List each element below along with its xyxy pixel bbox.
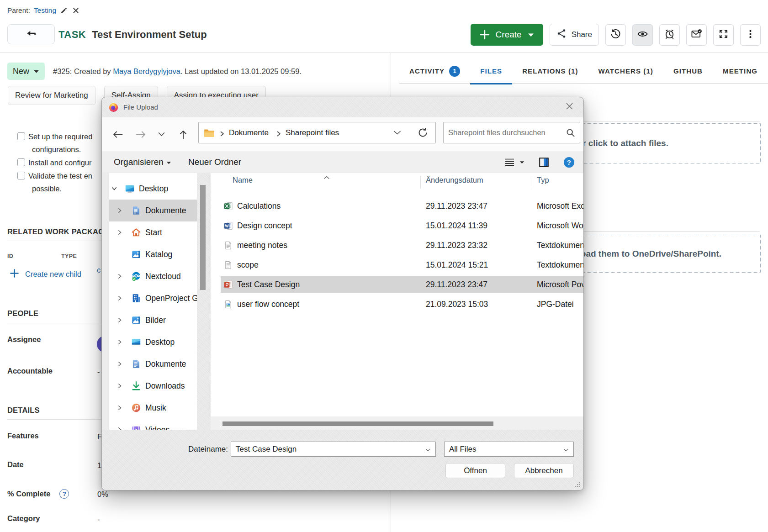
view-mode-dropdown[interactable] <box>519 151 524 173</box>
filetype-select[interactable]: All Files <box>444 442 574 457</box>
nav-up-button[interactable] <box>176 117 191 151</box>
horizontal-scrollbar[interactable] <box>211 416 583 430</box>
more-menu-button[interactable] <box>740 24 761 46</box>
percent-complete-value[interactable]: 0% <box>97 490 108 499</box>
pictures-icon <box>131 249 141 259</box>
category-value[interactable]: - <box>97 515 100 524</box>
fullscreen-button[interactable] <box>713 24 734 46</box>
chevron-right-icon <box>117 295 122 301</box>
history-icon <box>610 29 621 41</box>
tab[interactable]: MEETING <box>713 53 768 84</box>
alarm-icon <box>664 29 675 41</box>
clipped-text: c <box>97 266 101 274</box>
nav-forward-button[interactable] <box>133 117 148 151</box>
nav-recent-button[interactable] <box>156 117 166 151</box>
svg-text:?: ? <box>567 158 571 166</box>
dialog-close-button[interactable] <box>561 100 578 114</box>
status-dropdown[interactable]: New <box>7 63 45 80</box>
tab[interactable]: FILES <box>470 53 512 84</box>
tree-item[interactable]: Desktop <box>109 178 197 200</box>
notification-button[interactable] <box>686 24 707 46</box>
address-dropdown-icon[interactable] <box>392 128 402 137</box>
checkbox[interactable] <box>17 172 25 179</box>
remove-parent-icon[interactable] <box>72 6 80 15</box>
breadcrumb-documents[interactable]: Dokumente <box>229 128 269 137</box>
tree-item[interactable]: Bilder <box>109 309 197 331</box>
back-button[interactable] <box>7 24 55 44</box>
edit-parent-icon[interactable] <box>60 6 68 15</box>
column-name[interactable]: Name <box>233 176 253 184</box>
related-table-headers: ID TYPE <box>7 253 77 259</box>
tree-item[interactable]: Downloads <box>109 375 197 397</box>
author-link[interactable]: Maya Berdygylyjova <box>113 67 180 75</box>
file-row[interactable]: Test Case Design 29.11.2023 23:47 Micros… <box>221 276 583 293</box>
help-button[interactable]: ? <box>563 151 575 173</box>
category-label: Category <box>7 514 40 523</box>
assignee-label: Assignee <box>7 335 41 344</box>
tree-item[interactable]: Desktop <box>109 331 197 353</box>
help-icon[interactable]: ? <box>59 489 69 499</box>
tree-item[interactable]: Katalog <box>109 243 197 265</box>
column-type[interactable]: Typ <box>537 176 549 184</box>
parent-label: Parent: <box>7 6 30 15</box>
horizontal-scrollbar-thumb[interactable] <box>222 421 493 426</box>
tab[interactable]: ACTIVITY 1 <box>399 53 470 84</box>
open-button[interactable]: Öffnen <box>445 463 505 478</box>
col-id[interactable]: ID <box>7 253 61 259</box>
tab[interactable]: GITHUB <box>663 53 713 84</box>
page-title[interactable]: Test Environment Setup <box>92 29 207 41</box>
view-mode-button[interactable] <box>505 151 514 173</box>
dialog-titlebar[interactable]: File Upload <box>102 97 583 117</box>
tree-scrollbar[interactable] <box>197 173 211 430</box>
work-package-type[interactable]: TASK <box>58 29 86 41</box>
breadcrumb-sharepoint-files[interactable]: Sharepoint files <box>286 128 339 137</box>
tab[interactable]: WATCHERS (1) <box>588 53 663 84</box>
workflow-button[interactable]: Review for Marketing <box>8 86 95 105</box>
create-child-link[interactable]: Create new child <box>10 269 81 279</box>
column-date[interactable]: Änderungsdatum <box>426 176 483 184</box>
filename-input[interactable]: Test Case Design <box>231 442 436 457</box>
share-button[interactable]: Share <box>550 24 599 46</box>
organize-menu[interactable]: Organisieren <box>114 151 171 173</box>
nav-back-button[interactable] <box>110 117 125 151</box>
file-row[interactable]: meeting notes 29.11.2023 23:32 Textdokum… <box>221 237 583 253</box>
search-input[interactable]: Sharepoint files durchsuchen <box>443 122 580 143</box>
resize-grip[interactable] <box>574 481 581 488</box>
preview-pane-button[interactable] <box>539 151 549 173</box>
people-heading: PEOPLE <box>7 309 38 318</box>
accountable-value[interactable]: - <box>97 368 100 376</box>
checklist-text: Set up the requiredconfigurations. <box>28 130 92 156</box>
date-value[interactable]: 1 <box>97 461 101 470</box>
checkbox[interactable] <box>17 132 25 140</box>
firefox-icon <box>108 102 119 112</box>
refresh-icon[interactable] <box>418 127 428 138</box>
date-label: Date <box>7 460 24 469</box>
tree-item[interactable]: Dokumente <box>109 353 197 375</box>
file-row[interactable]: scope 15.01.2024 15:21 Textdokumen <box>221 257 583 273</box>
features-label: Features <box>7 432 39 440</box>
checkbox[interactable] <box>17 158 25 166</box>
tree-item[interactable]: Nextcloud <box>109 265 197 287</box>
tree-item[interactable]: Start <box>109 221 197 243</box>
new-folder-button[interactable]: Neuer Ordner <box>188 151 241 173</box>
tab[interactable]: RELATIONS (1) <box>512 53 588 84</box>
tree-item[interactable]: Videos <box>109 419 197 430</box>
col-type[interactable]: TYPE <box>61 253 77 259</box>
create-button[interactable]: Create <box>471 24 543 46</box>
caret-down-icon <box>166 160 171 165</box>
watch-button[interactable] <box>632 24 653 46</box>
tree-item[interactable]: Musik <box>109 397 197 419</box>
file-row[interactable]: Calculations 29.11.2023 23:47 Microsoft … <box>221 198 583 214</box>
tree-item[interactable]: OpenProject G <box>109 287 197 309</box>
tree-item[interactable]: Dokumente <box>109 200 197 221</box>
cancel-button[interactable]: Abbrechen <box>514 463 574 478</box>
file-row[interactable]: Design concept 15.01.2024 11:39 Microsof… <box>221 217 583 234</box>
file-row[interactable]: user flow concept 21.09.2023 15:03 JPG-D… <box>221 296 583 312</box>
reminder-button[interactable] <box>659 24 680 46</box>
activity-history-button[interactable] <box>605 24 626 46</box>
chevron-right-icon <box>117 230 122 235</box>
parent-link[interactable]: Testing <box>34 6 56 15</box>
address-bar[interactable]: Dokumente Sharepoint files <box>198 122 436 143</box>
tree-scrollbar-thumb[interactable] <box>200 185 206 290</box>
back-arrow-icon <box>25 29 37 39</box>
